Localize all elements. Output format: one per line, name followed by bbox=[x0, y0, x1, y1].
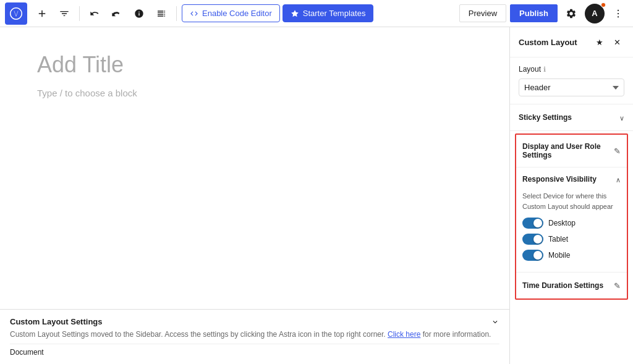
responsive-visibility-content: Select Device for where this Custom Layo… bbox=[516, 191, 627, 272]
sticky-settings-section: Sticky Settings bbox=[510, 104, 633, 131]
divider-1 bbox=[79, 6, 80, 21]
red-border-section: Display and User Role Settings Responsiv… bbox=[515, 133, 628, 300]
svg-point-4 bbox=[618, 16, 619, 17]
astra-icon-button[interactable]: A bbox=[585, 4, 605, 23]
enable-code-editor-button[interactable]: Enable Code Editor bbox=[182, 4, 280, 22]
tablet-toggle-item: Tablet bbox=[522, 234, 621, 245]
svg-point-3 bbox=[618, 12, 619, 14]
bookmark-button[interactable]: ★ bbox=[592, 35, 607, 49]
sidebar: Custom Layout ★ ✕ Layout ℹ Header bbox=[509, 27, 633, 364]
layout-select[interactable]: Header bbox=[519, 78, 624, 96]
notification-dot bbox=[601, 2, 606, 7]
display-settings-header[interactable]: Display and User Role Settings bbox=[516, 135, 627, 167]
bottom-bar: Custom Layout Settings Custom Layout Set… bbox=[0, 309, 509, 364]
display-settings-edit-icon[interactable] bbox=[614, 145, 621, 156]
time-duration-header[interactable]: Time Duration Settings bbox=[516, 272, 627, 298]
toolbar: Enable Code Editor Starter Templates Pre… bbox=[0, 0, 633, 27]
sidebar-header-actions: ★ ✕ bbox=[592, 35, 624, 49]
mobile-label: Mobile bbox=[548, 251, 570, 260]
click-here-link[interactable]: Click here bbox=[388, 330, 420, 339]
desktop-label: Desktop bbox=[548, 219, 576, 227]
layout-section: Layout ℹ Header bbox=[510, 57, 633, 104]
starter-templates-button[interactable]: Starter Templates bbox=[283, 4, 374, 22]
responsive-visibility-header[interactable]: Responsive Visibility bbox=[516, 167, 627, 191]
sidebar-header: Custom Layout ★ ✕ bbox=[510, 27, 633, 57]
tablet-label: Tablet bbox=[548, 235, 568, 243]
tools-button[interactable] bbox=[54, 4, 74, 23]
sidebar-title: Custom Layout bbox=[519, 38, 577, 47]
collapse-icon[interactable] bbox=[491, 318, 499, 326]
time-duration-edit-icon[interactable] bbox=[614, 280, 621, 291]
responsive-chevron-up-icon bbox=[616, 174, 621, 185]
more-tools-button[interactable] bbox=[608, 4, 628, 23]
responsive-visibility-title: Responsive Visibility bbox=[522, 175, 597, 184]
layout-label: Layout bbox=[519, 65, 541, 74]
main-layout: Add Title Type / to choose a block Custo… bbox=[0, 27, 633, 364]
desktop-toggle-item: Desktop bbox=[522, 218, 621, 229]
settings-button[interactable] bbox=[561, 4, 581, 23]
time-duration-title: Time Duration Settings bbox=[522, 281, 603, 290]
responsive-visibility-desc: Select Device for where this Custom Layo… bbox=[522, 191, 621, 211]
publish-button[interactable]: Publish bbox=[510, 4, 558, 22]
mobile-toggle[interactable] bbox=[522, 250, 543, 261]
editor-block-placeholder: Type / to choose a block bbox=[37, 88, 472, 98]
layout-info-icon: ℹ bbox=[543, 66, 546, 74]
right-actions: Preview Publish A bbox=[459, 4, 628, 23]
add-block-button[interactable] bbox=[32, 4, 52, 23]
preview-button[interactable]: Preview bbox=[459, 4, 506, 22]
divider-2 bbox=[176, 6, 177, 21]
sticky-settings-title: Sticky Settings bbox=[519, 113, 572, 122]
svg-point-2 bbox=[618, 9, 619, 11]
document-label: Document bbox=[10, 344, 499, 357]
mobile-toggle-item: Mobile bbox=[522, 250, 621, 261]
undo-button[interactable] bbox=[85, 4, 104, 23]
responsive-visibility-section: Responsive Visibility Select Device for … bbox=[516, 167, 627, 272]
sticky-chevron-down-icon bbox=[619, 112, 624, 123]
redo-button[interactable] bbox=[107, 4, 127, 23]
list-view-button[interactable] bbox=[151, 4, 171, 23]
editor-area[interactable]: Add Title Type / to choose a block bbox=[0, 27, 509, 309]
display-settings-title: Display and User Role Settings bbox=[522, 142, 614, 159]
desktop-toggle[interactable] bbox=[522, 218, 543, 229]
info-button[interactable] bbox=[129, 4, 149, 23]
custom-layout-info-text: Custom Layout Settings moved to the Side… bbox=[10, 330, 499, 339]
custom-layout-settings-title: Custom Layout Settings bbox=[10, 317, 499, 326]
sticky-settings-header[interactable]: Sticky Settings bbox=[510, 104, 633, 130]
tablet-toggle[interactable] bbox=[522, 234, 543, 245]
editor-title[interactable]: Add Title bbox=[37, 52, 472, 78]
wp-logo[interactable] bbox=[5, 2, 27, 25]
close-sidebar-button[interactable]: ✕ bbox=[610, 35, 624, 49]
